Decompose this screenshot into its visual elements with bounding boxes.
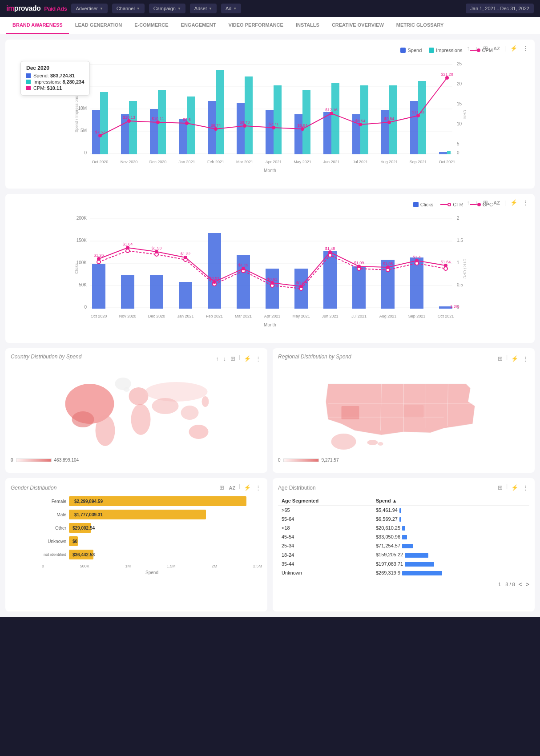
svg-rect-41 (418, 81, 426, 154)
tab-engagement[interactable]: ENGAGEMENT (175, 17, 222, 34)
us-map-card: Regional Distribution by Spend ⊞ | ⚡ ⋮ (273, 348, 535, 473)
svg-text:5: 5 (457, 141, 459, 146)
table-row: 18-24$159,205.22 (278, 550, 529, 559)
chart2-sort-down-button[interactable]: ↓ (474, 198, 479, 207)
adset-filter[interactable]: Adset (190, 4, 217, 13)
map-left-lightning-btn[interactable]: ⚡ (243, 354, 252, 363)
us-map-title: Regional Distribution by Spend (278, 354, 351, 360)
map-left-export-btn[interactable]: ⊞ (230, 354, 236, 363)
svg-text:Mar 2021: Mar 2021 (235, 314, 252, 318)
map-left-up-btn[interactable]: ↑ (215, 354, 220, 363)
gender-export-btn[interactable]: ⊞ (218, 483, 225, 492)
export-button[interactable]: ⊞ (482, 44, 489, 52)
svg-point-129 (155, 250, 158, 253)
age-col-header: Age Segmented (278, 496, 372, 506)
chart2-lightning-button[interactable]: ⚡ (509, 198, 518, 207)
prev-page-button[interactable]: < (519, 581, 522, 588)
svg-point-56 (445, 76, 449, 80)
svg-text:15: 15 (457, 101, 462, 106)
chart2-sort-up-button[interactable]: ↑ (466, 198, 471, 207)
tab-brand-awareness[interactable]: BRAND AWARENESS (6, 17, 69, 34)
svg-text:Jan 2021: Jan 2021 (177, 314, 193, 318)
svg-rect-21 (129, 101, 137, 154)
more-button[interactable]: ⋮ (522, 44, 529, 52)
svg-text:Month: Month (264, 322, 276, 327)
date-range-filter[interactable]: Jan 1, 2021 - Dec 31, 2022 (466, 4, 534, 13)
svg-text:$1.19: $1.19 (238, 263, 249, 267)
tab-installs[interactable]: INSTALLS (290, 17, 326, 34)
map-right-export-btn[interactable]: ⊞ (497, 354, 504, 363)
tab-creative-overview[interactable]: CREATIVE OVERVIEW (326, 17, 390, 34)
gender-lightning-btn[interactable]: ⚡ (243, 483, 252, 492)
chart1-controls: ↑ ↓ ⊞ AZ | ⚡ ⋮ (466, 44, 529, 52)
svg-point-135 (328, 250, 332, 254)
spend-cell: $6,569.27 (372, 515, 529, 523)
age-cell: >65 (278, 506, 372, 515)
advertiser-filter[interactable]: Advertiser (71, 4, 107, 13)
svg-point-54 (387, 121, 391, 124)
svg-text:Jan 2021: Jan 2021 (178, 160, 195, 164)
tab-bar: BRAND AWARENESS LEAD GENERATION E-COMMER… (0, 17, 540, 34)
svg-rect-34 (323, 112, 331, 154)
svg-point-171 (129, 387, 149, 405)
svg-point-44 (98, 134, 102, 137)
az-sort-button[interactable]: AZ (492, 45, 501, 52)
svg-text:$7.57: $7.57 (95, 130, 105, 134)
svg-text:Nov 2020: Nov 2020 (119, 314, 137, 318)
gender-az-btn[interactable]: AZ (228, 483, 236, 492)
chart2-az-button[interactable]: AZ (492, 199, 501, 206)
ad-filter[interactable]: Ad (221, 4, 241, 13)
table-row: <18$20,610.25 (278, 523, 529, 532)
sort-up-button[interactable]: ↑ (466, 44, 471, 52)
svg-point-179 (124, 387, 130, 392)
svg-point-50 (272, 126, 275, 129)
svg-text:$1.22: $1.22 (181, 252, 191, 256)
tab-lead-generation[interactable]: LEAD GENERATION (69, 17, 129, 34)
table-row: 25-34$71,254.57 (278, 541, 529, 550)
svg-rect-105 (208, 233, 221, 309)
gender-more-btn[interactable]: ⋮ (254, 483, 262, 492)
age-more-btn[interactable]: ⋮ (522, 483, 529, 492)
svg-point-53 (359, 123, 362, 126)
svg-text:$10.11: $10.11 (152, 117, 164, 121)
age-lightning-btn[interactable]: ⚡ (510, 483, 519, 492)
svg-text:Oct 2021: Oct 2021 (439, 160, 455, 164)
map-right-lightning-btn[interactable]: ⚡ (510, 354, 519, 363)
sort-down-button[interactable]: ↓ (474, 44, 479, 52)
lightning-button[interactable]: ⚡ (509, 44, 518, 52)
svg-text:Sep 2021: Sep 2021 (408, 314, 426, 318)
map-left-more-btn[interactable]: ⋮ (254, 354, 262, 363)
chart2-export-button[interactable]: ⊞ (482, 198, 489, 207)
svg-text:Oct 2020: Oct 2020 (92, 160, 109, 164)
age-chart-card: Age Distribution ⊞ | ⚡ ⋮ Age Segmented S… (273, 478, 535, 611)
age-export-btn[interactable]: ⊞ (497, 483, 504, 492)
svg-text:Mar 2021: Mar 2021 (236, 160, 253, 164)
chart2-more-button[interactable]: ⋮ (522, 198, 529, 207)
svg-text:25: 25 (457, 61, 462, 66)
world-map-scale: 0 463,899.104 (11, 458, 262, 462)
svg-text:Jun 2021: Jun 2021 (323, 160, 339, 164)
svg-text:Oct 2021: Oct 2021 (438, 314, 454, 318)
map-left-down-btn[interactable]: ↓ (222, 354, 227, 363)
next-page-button[interactable]: > (526, 581, 529, 588)
spend-impressions-chart-card: ↑ ↓ ⊞ AZ | ⚡ ⋮ Spend Impressions CPM (5, 40, 535, 189)
svg-point-178 (202, 396, 209, 407)
svg-rect-102 (121, 275, 134, 309)
svg-rect-40 (410, 101, 418, 154)
svg-rect-107 (266, 269, 279, 309)
tab-video-performance[interactable]: VIDEO PERFORMANCE (222, 17, 289, 34)
map-right-more-btn[interactable]: ⋮ (522, 354, 529, 363)
tab-metric-glossary[interactable]: METRIC GLOSSARY (390, 17, 450, 34)
campaign-filter[interactable]: Campaign (149, 4, 185, 13)
svg-point-114 (97, 260, 101, 264)
svg-point-169 (72, 411, 94, 427)
channel-filter[interactable]: Channel (112, 4, 145, 13)
logo-brand: provado (14, 4, 41, 12)
svg-text:Jun 2021: Jun 2021 (322, 314, 338, 318)
svg-point-136 (357, 265, 361, 268)
svg-point-55 (416, 114, 420, 117)
svg-point-126 (444, 267, 447, 270)
age-cell: 25-34 (278, 541, 372, 550)
gender-bars-container: Female $2,299,894.59 Male $1,777,039.31 (11, 496, 262, 588)
tab-e-commerce[interactable]: E-COMMERCE (128, 17, 174, 34)
